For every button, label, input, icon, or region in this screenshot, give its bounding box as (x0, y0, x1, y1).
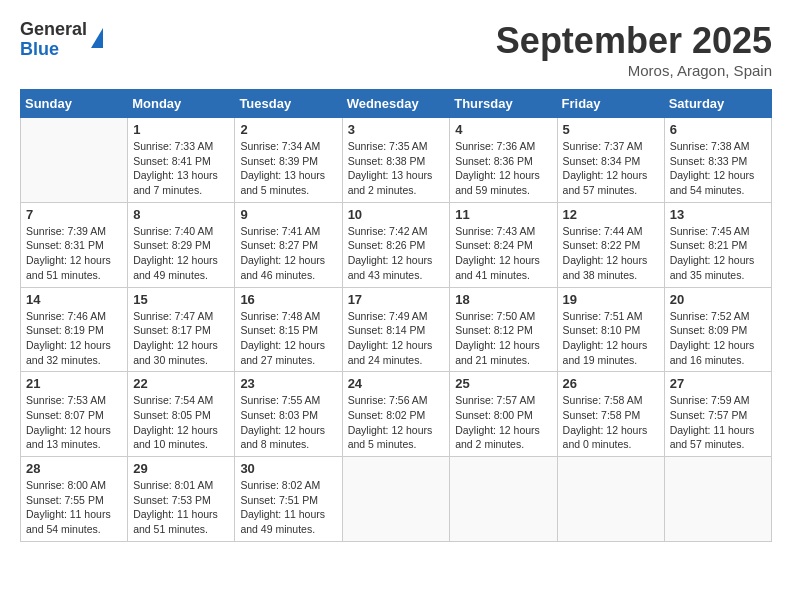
column-header-thursday: Thursday (450, 90, 557, 118)
day-cell: 12Sunrise: 7:44 AM Sunset: 8:22 PM Dayli… (557, 202, 664, 287)
day-cell: 25Sunrise: 7:57 AM Sunset: 8:00 PM Dayli… (450, 372, 557, 457)
title-block: September 2025 Moros, Aragon, Spain (496, 20, 772, 79)
day-number: 13 (670, 207, 766, 222)
day-number: 22 (133, 376, 229, 391)
day-number: 29 (133, 461, 229, 476)
day-info: Sunrise: 7:55 AM Sunset: 8:03 PM Dayligh… (240, 393, 336, 452)
page-header: General Blue September 2025 Moros, Arago… (20, 20, 772, 79)
day-number: 21 (26, 376, 122, 391)
day-cell: 7Sunrise: 7:39 AM Sunset: 8:31 PM Daylig… (21, 202, 128, 287)
day-info: Sunrise: 8:02 AM Sunset: 7:51 PM Dayligh… (240, 478, 336, 537)
day-info: Sunrise: 7:48 AM Sunset: 8:15 PM Dayligh… (240, 309, 336, 368)
day-number: 20 (670, 292, 766, 307)
day-info: Sunrise: 7:33 AM Sunset: 8:41 PM Dayligh… (133, 139, 229, 198)
day-info: Sunrise: 7:39 AM Sunset: 8:31 PM Dayligh… (26, 224, 122, 283)
day-cell: 24Sunrise: 7:56 AM Sunset: 8:02 PM Dayli… (342, 372, 450, 457)
day-cell (21, 118, 128, 203)
day-info: Sunrise: 7:44 AM Sunset: 8:22 PM Dayligh… (563, 224, 659, 283)
day-number: 8 (133, 207, 229, 222)
day-cell: 19Sunrise: 7:51 AM Sunset: 8:10 PM Dayli… (557, 287, 664, 372)
day-cell (450, 457, 557, 542)
calendar-table: SundayMondayTuesdayWednesdayThursdayFrid… (20, 89, 772, 542)
week-row-3: 14Sunrise: 7:46 AM Sunset: 8:19 PM Dayli… (21, 287, 772, 372)
day-info: Sunrise: 7:53 AM Sunset: 8:07 PM Dayligh… (26, 393, 122, 452)
day-info: Sunrise: 7:59 AM Sunset: 7:57 PM Dayligh… (670, 393, 766, 452)
month-title: September 2025 (496, 20, 772, 62)
day-info: Sunrise: 7:50 AM Sunset: 8:12 PM Dayligh… (455, 309, 551, 368)
day-cell: 10Sunrise: 7:42 AM Sunset: 8:26 PM Dayli… (342, 202, 450, 287)
logo-icon (91, 28, 103, 48)
day-number: 23 (240, 376, 336, 391)
calendar-header-row: SundayMondayTuesdayWednesdayThursdayFrid… (21, 90, 772, 118)
day-cell: 6Sunrise: 7:38 AM Sunset: 8:33 PM Daylig… (664, 118, 771, 203)
day-info: Sunrise: 7:40 AM Sunset: 8:29 PM Dayligh… (133, 224, 229, 283)
day-info: Sunrise: 8:01 AM Sunset: 7:53 PM Dayligh… (133, 478, 229, 537)
day-info: Sunrise: 7:34 AM Sunset: 8:39 PM Dayligh… (240, 139, 336, 198)
day-info: Sunrise: 7:35 AM Sunset: 8:38 PM Dayligh… (348, 139, 445, 198)
location-subtitle: Moros, Aragon, Spain (496, 62, 772, 79)
day-number: 3 (348, 122, 445, 137)
day-cell: 8Sunrise: 7:40 AM Sunset: 8:29 PM Daylig… (128, 202, 235, 287)
day-number: 7 (26, 207, 122, 222)
column-header-tuesday: Tuesday (235, 90, 342, 118)
day-cell (557, 457, 664, 542)
week-row-4: 21Sunrise: 7:53 AM Sunset: 8:07 PM Dayli… (21, 372, 772, 457)
column-header-sunday: Sunday (21, 90, 128, 118)
day-number: 16 (240, 292, 336, 307)
day-info: Sunrise: 7:42 AM Sunset: 8:26 PM Dayligh… (348, 224, 445, 283)
day-cell: 29Sunrise: 8:01 AM Sunset: 7:53 PM Dayli… (128, 457, 235, 542)
day-number: 28 (26, 461, 122, 476)
logo: General Blue (20, 20, 103, 60)
day-cell: 15Sunrise: 7:47 AM Sunset: 8:17 PM Dayli… (128, 287, 235, 372)
column-header-monday: Monday (128, 90, 235, 118)
day-number: 9 (240, 207, 336, 222)
day-info: Sunrise: 7:36 AM Sunset: 8:36 PM Dayligh… (455, 139, 551, 198)
day-number: 11 (455, 207, 551, 222)
day-number: 27 (670, 376, 766, 391)
week-row-1: 1Sunrise: 7:33 AM Sunset: 8:41 PM Daylig… (21, 118, 772, 203)
day-cell: 9Sunrise: 7:41 AM Sunset: 8:27 PM Daylig… (235, 202, 342, 287)
day-cell: 13Sunrise: 7:45 AM Sunset: 8:21 PM Dayli… (664, 202, 771, 287)
day-info: Sunrise: 7:52 AM Sunset: 8:09 PM Dayligh… (670, 309, 766, 368)
day-number: 25 (455, 376, 551, 391)
day-info: Sunrise: 7:51 AM Sunset: 8:10 PM Dayligh… (563, 309, 659, 368)
day-cell: 1Sunrise: 7:33 AM Sunset: 8:41 PM Daylig… (128, 118, 235, 203)
day-number: 6 (670, 122, 766, 137)
day-number: 5 (563, 122, 659, 137)
day-number: 24 (348, 376, 445, 391)
week-row-5: 28Sunrise: 8:00 AM Sunset: 7:55 PM Dayli… (21, 457, 772, 542)
day-cell: 27Sunrise: 7:59 AM Sunset: 7:57 PM Dayli… (664, 372, 771, 457)
column-header-friday: Friday (557, 90, 664, 118)
logo-general-text: General (20, 20, 87, 40)
day-number: 4 (455, 122, 551, 137)
day-cell: 3Sunrise: 7:35 AM Sunset: 8:38 PM Daylig… (342, 118, 450, 203)
day-cell: 28Sunrise: 8:00 AM Sunset: 7:55 PM Dayli… (21, 457, 128, 542)
day-cell: 26Sunrise: 7:58 AM Sunset: 7:58 PM Dayli… (557, 372, 664, 457)
day-cell: 5Sunrise: 7:37 AM Sunset: 8:34 PM Daylig… (557, 118, 664, 203)
day-cell: 30Sunrise: 8:02 AM Sunset: 7:51 PM Dayli… (235, 457, 342, 542)
day-number: 15 (133, 292, 229, 307)
logo-blue-text: Blue (20, 40, 87, 60)
day-info: Sunrise: 7:49 AM Sunset: 8:14 PM Dayligh… (348, 309, 445, 368)
day-info: Sunrise: 7:46 AM Sunset: 8:19 PM Dayligh… (26, 309, 122, 368)
day-cell: 21Sunrise: 7:53 AM Sunset: 8:07 PM Dayli… (21, 372, 128, 457)
column-header-saturday: Saturday (664, 90, 771, 118)
day-info: Sunrise: 7:58 AM Sunset: 7:58 PM Dayligh… (563, 393, 659, 452)
day-info: Sunrise: 7:47 AM Sunset: 8:17 PM Dayligh… (133, 309, 229, 368)
day-number: 14 (26, 292, 122, 307)
day-number: 17 (348, 292, 445, 307)
day-number: 30 (240, 461, 336, 476)
day-info: Sunrise: 7:45 AM Sunset: 8:21 PM Dayligh… (670, 224, 766, 283)
day-cell: 20Sunrise: 7:52 AM Sunset: 8:09 PM Dayli… (664, 287, 771, 372)
day-cell: 14Sunrise: 7:46 AM Sunset: 8:19 PM Dayli… (21, 287, 128, 372)
day-info: Sunrise: 7:37 AM Sunset: 8:34 PM Dayligh… (563, 139, 659, 198)
day-info: Sunrise: 7:41 AM Sunset: 8:27 PM Dayligh… (240, 224, 336, 283)
day-cell: 22Sunrise: 7:54 AM Sunset: 8:05 PM Dayli… (128, 372, 235, 457)
day-number: 2 (240, 122, 336, 137)
day-cell (342, 457, 450, 542)
column-header-wednesday: Wednesday (342, 90, 450, 118)
day-number: 12 (563, 207, 659, 222)
day-cell: 4Sunrise: 7:36 AM Sunset: 8:36 PM Daylig… (450, 118, 557, 203)
day-info: Sunrise: 7:38 AM Sunset: 8:33 PM Dayligh… (670, 139, 766, 198)
day-cell (664, 457, 771, 542)
